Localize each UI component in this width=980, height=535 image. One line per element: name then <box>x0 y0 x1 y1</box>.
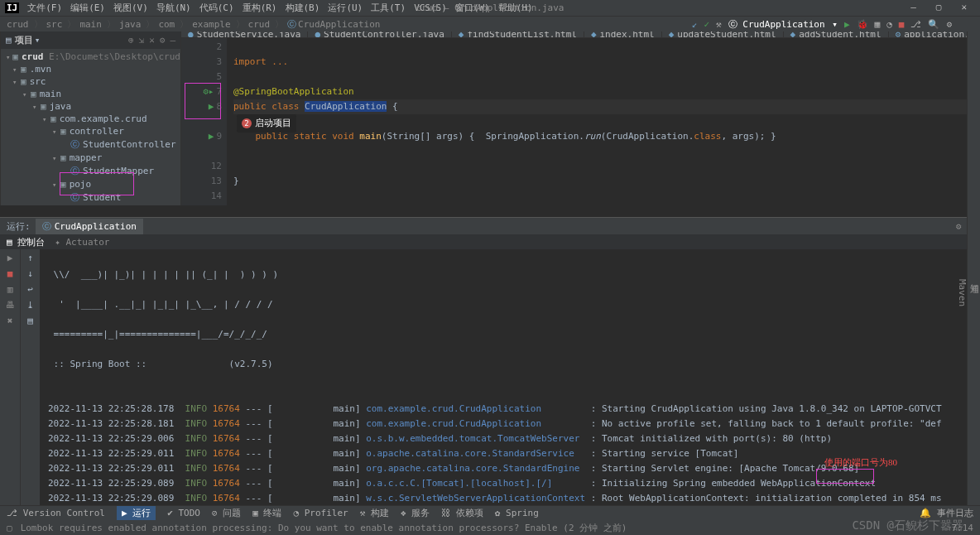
git-icon[interactable]: ⎇ <box>910 19 921 30</box>
editor-tab[interactable]: ●StudentController.java <box>308 31 451 37</box>
menu-code[interactable]: 代码(C) <box>199 2 234 14</box>
debug-icon[interactable]: 🐞 <box>857 19 868 30</box>
close-icon[interactable]: ✕ <box>961 2 967 12</box>
profile-icon[interactable]: ◔ <box>886 19 892 30</box>
vcs-commit-icon[interactable]: ✓ <box>704 19 709 30</box>
menu-build[interactable]: 构建(B) <box>286 2 320 14</box>
stop-icon[interactable]: ■ <box>899 19 905 30</box>
build-btn[interactable]: ⚒ 构建 <box>360 507 389 519</box>
log-line: 2022-11-13 22:25:28.181 INFO 16764 --- [… <box>48 417 972 431</box>
breadcrumb-item[interactable]: crud <box>248 19 271 30</box>
run-tab-active[interactable]: ⓒCrudApplication <box>36 219 143 234</box>
menu-navigate[interactable]: 导航(N) <box>156 2 191 14</box>
down-icon[interactable]: ↓ <box>27 268 33 279</box>
editor-tab[interactable]: ◆addStudent.html <box>784 31 889 37</box>
gear-icon[interactable]: ⚙ <box>160 35 166 46</box>
tree-item[interactable]: ▾▣java <box>1 100 180 113</box>
todo-btn[interactable]: ✔ TODO <box>167 508 200 518</box>
tree-item[interactable]: ▾▣src <box>1 75 180 88</box>
breadcrumb-item[interactable]: main <box>79 19 102 30</box>
rb-item[interactable]: 通知 <box>968 48 980 505</box>
minimize-icon[interactable]: — <box>910 2 916 12</box>
menu-refactor[interactable]: 重构(R) <box>243 2 277 14</box>
maximize-icon[interactable]: ▢ <box>936 2 942 12</box>
run-btn[interactable]: ▶ 运行 <box>117 506 156 520</box>
tree-item[interactable]: ⓒStudentController <box>1 137 180 152</box>
callout-text: 启动项目 <box>255 116 291 131</box>
window-title: crud – CrudApplication.java <box>416 2 564 13</box>
rb-item[interactable]: Maven <box>957 81 968 505</box>
menu-file[interactable]: 文件(F) <box>27 2 62 14</box>
callout: 2 启动项目 <box>237 114 296 133</box>
log-line: 2022-11-13 22:25:29.006 INFO 16764 --- [… <box>48 431 972 446</box>
scroll-icon[interactable]: ⤓ <box>26 300 34 311</box>
problems-btn[interactable]: ⊘ 问题 <box>212 507 241 519</box>
rerun-icon[interactable]: ▶ <box>7 253 13 263</box>
bottom-toolbar: ⎇ Version Control ▶ 运行 ✔ TODO ⊘ 问题 ▣ 终端 … <box>0 505 980 520</box>
console-tab[interactable]: ▤ 控制台 <box>7 236 45 248</box>
status-icon[interactable]: ▢ <box>7 523 12 533</box>
project-header[interactable]: ▤ 项目 ▾ ⊕ ⇲ ✕ ⚙ — <box>1 31 180 49</box>
delete-icon[interactable]: ✖ <box>7 316 13 326</box>
watermark: CSDN @石鲵杉下嚣器 <box>852 518 963 533</box>
spring-btn[interactable]: ✿ Spring <box>495 508 539 518</box>
deps-btn[interactable]: ⛓ 依赖项 <box>441 507 483 519</box>
breadcrumb: crud〉 src〉 main〉 java〉 com〉 example〉 cru… <box>0 17 980 31</box>
code[interactable]: import ... @SpringBootApplication public… <box>227 38 980 205</box>
editor-tabs: ●StudentService.java●StudentController.j… <box>181 31 980 38</box>
stop-icon[interactable]: ■ <box>7 268 13 279</box>
search-icon[interactable]: 🔍 <box>928 19 939 30</box>
tree-item[interactable]: ▾▣.mvn <box>1 63 180 75</box>
menu-edit[interactable]: 编辑(E) <box>70 2 105 14</box>
editor-tab[interactable]: ●StudentService.java <box>181 31 308 37</box>
profiler-btn[interactable]: ◔ Profiler <box>293 508 348 518</box>
breadcrumb-item[interactable]: CrudApplication <box>298 19 380 30</box>
run-config-select[interactable]: ⓒ CrudApplication ▾ <box>728 18 838 31</box>
breadcrumb-item[interactable]: crud <box>7 19 29 30</box>
layout-icon[interactable]: ▥ <box>7 284 13 295</box>
menu-tools[interactable]: 工具(T) <box>371 2 406 14</box>
collapse-icon[interactable]: ✕ <box>149 35 155 46</box>
up-icon[interactable]: ↑ <box>27 253 33 263</box>
project-tree[interactable]: ▾▣crud E:\Documets\Desktop\crud ▾▣.mvn▾▣… <box>1 49 180 205</box>
breadcrumb-item[interactable]: com <box>158 19 175 30</box>
menu-view[interactable]: 视图(V) <box>113 2 148 14</box>
vc-btn[interactable]: ⎇ Version Control <box>7 508 105 518</box>
settings-icon[interactable]: ⚙ <box>946 19 952 30</box>
tree-item[interactable]: ▾▣service1 <box>1 205 180 205</box>
tree-item[interactable]: ▾▣controller <box>1 125 180 137</box>
menu-run[interactable]: 运行(U) <box>328 2 363 14</box>
build-icon[interactable]: ⚒ <box>716 19 722 30</box>
expand-icon[interactable]: ⇲ <box>139 35 145 46</box>
terminal-btn[interactable]: ▣ 终端 <box>252 507 281 519</box>
editor-tab[interactable]: ◆updateStudent.html <box>662 31 784 37</box>
port-annotation: 使用的端口号为80 <box>824 456 897 469</box>
breadcrumb-item[interactable]: ⓒ <box>287 18 296 31</box>
print-icon[interactable]: 🖶 <box>6 300 15 311</box>
hide-icon[interactable]: — <box>170 35 175 46</box>
filter-icon[interactable]: ▤ <box>27 316 33 326</box>
menubar: IJ 文件(F) 编辑(E) 视图(V) 导航(N) 代码(C) 重构(R) 构… <box>0 0 980 17</box>
select-opened-icon[interactable]: ⊕ <box>128 35 134 46</box>
breadcrumb-item[interactable]: java <box>119 19 142 30</box>
event-log-btn[interactable]: 🔔 事件日志 <box>920 507 973 519</box>
editor-tab[interactable]: ◆findStudentList.html <box>452 31 584 37</box>
tree-item[interactable]: ▾▣com.example.crud <box>1 113 180 125</box>
breadcrumb-item[interactable]: src <box>46 19 63 30</box>
editor-tab[interactable]: ◆index.html <box>584 31 662 37</box>
run-panel: 运行: ⓒCrudApplication ⚙ — ▤ 控制台 ✦ Actuato… <box>0 217 980 520</box>
actuator-tab[interactable]: ✦ Actuator <box>55 237 109 248</box>
breadcrumb-item[interactable]: example <box>192 19 230 30</box>
run-toolbar-left: ▶ ■ ▥ 🖶 ✖ <box>0 249 20 520</box>
run-icon[interactable]: ▶ <box>844 19 850 30</box>
gutter[interactable]: 2 3 5 ⚙▸7 ▶8 ▶9 12 13 14 <box>181 38 227 205</box>
tree-item[interactable]: ▾▣main <box>1 88 180 100</box>
run-toolbar-left2: ↑ ↓ ↩ ⤓ ▤ <box>20 249 40 520</box>
vcs-update-icon[interactable]: ↙ <box>692 19 698 30</box>
services-btn[interactable]: ❖ 服务 <box>401 507 430 519</box>
softwrap-icon[interactable]: ↩ <box>27 284 33 295</box>
tree-item[interactable]: ▾▣mapper <box>1 152 180 164</box>
right-toolbar[interactable]: 通知 Maven <box>967 31 980 505</box>
tree-root[interactable]: ▾▣crud E:\Documets\Desktop\crud <box>1 51 180 63</box>
coverage-icon[interactable]: ▦ <box>875 19 881 30</box>
